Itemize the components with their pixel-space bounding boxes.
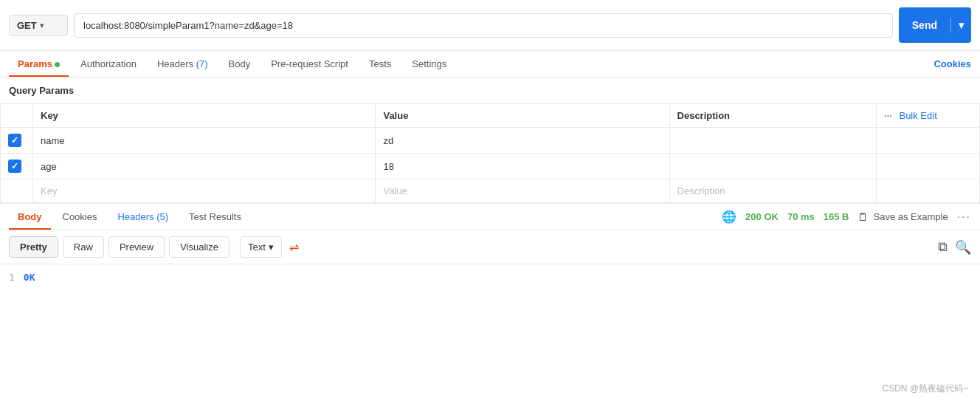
send-chevron-icon[interactable]: ▾ <box>951 13 971 37</box>
headers-badge: (7) <box>196 58 208 69</box>
placeholder-actions <box>877 179 980 203</box>
table-header-value: Value <box>376 104 669 128</box>
format-preview-label: Preview <box>120 241 153 253</box>
tab-pre-request-script[interactable]: Pre-request Script <box>262 51 357 77</box>
copy-icon[interactable]: ⧉ <box>938 239 948 255</box>
table-dots-icon[interactable]: ··· <box>884 110 892 121</box>
placeholder-description[interactable]: Description <box>669 179 876 203</box>
resp-tab-cookies[interactable]: Cookies <box>54 204 106 230</box>
row2-checkbox[interactable] <box>8 160 21 173</box>
table-row: age 18 <box>1 154 980 179</box>
line-number: 1 <box>9 272 15 283</box>
format-visualize-button[interactable]: Visualize <box>169 236 230 258</box>
row1-value[interactable]: zd <box>376 128 669 154</box>
wrap-lines-icon[interactable]: ⇌ <box>289 240 299 254</box>
row2-key[interactable]: age <box>33 154 376 179</box>
response-code-area: 1 0K <box>0 264 980 290</box>
response-toolbar: Pretty Raw Preview Visualize Text ▾ ⇌ ⧉ … <box>0 230 980 264</box>
format-raw-label: Raw <box>74 241 93 253</box>
tab-headers-label: Headers (7) <box>157 58 208 69</box>
tab-headers[interactable]: Headers (7) <box>148 51 217 77</box>
params-table: Key Value Description ··· Bulk Edit name… <box>0 103 980 203</box>
row1-key[interactable]: name <box>33 128 376 154</box>
table-row: name zd <box>1 128 980 154</box>
text-format-dropdown[interactable]: Text ▾ <box>240 236 282 258</box>
query-params-section-label: Query Params <box>0 78 980 103</box>
table-header-check <box>1 104 33 128</box>
params-dot <box>55 62 60 67</box>
placeholder-checkbox-cell <box>1 179 33 203</box>
format-pretty-button[interactable]: Pretty <box>9 236 58 258</box>
globe-icon: 🌐 <box>722 210 736 224</box>
row1-checkbox-cell[interactable] <box>1 128 33 154</box>
table-header-description: Description <box>669 104 876 128</box>
tab-authorization-label: Authorization <box>80 58 137 69</box>
row1-description[interactable] <box>669 128 876 154</box>
response-code-value: 0K <box>24 272 35 283</box>
status-time: 70 ms <box>787 211 815 222</box>
tab-tests-label: Tests <box>369 58 391 69</box>
placeholder-value[interactable]: Value <box>376 179 669 203</box>
tab-tests[interactable]: Tests <box>360 51 400 77</box>
resp-tab-test-results[interactable]: Test Results <box>180 204 250 230</box>
row1-actions <box>877 128 980 154</box>
search-icon[interactable]: 🔍 <box>955 239 971 256</box>
response-status-bar: 🌐 200 OK 70 ms 165 B 🗒 Save as Example ·… <box>722 210 971 224</box>
resp-headers-badge: (5) <box>156 211 168 222</box>
row2-description[interactable] <box>669 154 876 179</box>
resp-tab-body-label: Body <box>18 211 42 222</box>
method-chevron-icon: ▾ <box>40 21 60 30</box>
tab-cookies-label: Cookies <box>934 58 971 69</box>
resp-tab-cookies-label: Cookies <box>63 211 97 222</box>
table-row-placeholder: Key Value Description <box>1 179 980 203</box>
save-example-label: Save as Example <box>873 211 948 222</box>
tab-params[interactable]: Params <box>9 51 69 77</box>
format-visualize-label: Visualize <box>180 241 218 253</box>
resp-tab-headers-label: Headers (5) <box>117 211 168 222</box>
row2-actions <box>877 154 980 179</box>
text-format-label: Text <box>248 241 266 253</box>
send-button[interactable]: Send ▾ <box>899 7 971 43</box>
format-pretty-label: Pretty <box>20 241 47 253</box>
method-label: GET <box>17 20 37 31</box>
bulk-edit-button[interactable]: Bulk Edit <box>899 110 936 121</box>
send-label: Send <box>899 13 950 37</box>
resp-tab-body[interactable]: Body <box>9 204 51 230</box>
tab-settings[interactable]: Settings <box>403 51 455 77</box>
tab-body[interactable]: Body <box>220 51 260 77</box>
status-size: 165 B <box>824 211 849 222</box>
save-as-example-button[interactable]: 🗒 Save as Example <box>858 210 948 223</box>
tab-body-label: Body <box>229 58 251 69</box>
text-format-chevron-icon: ▾ <box>269 241 274 253</box>
tab-pre-request-label: Pre-request Script <box>271 58 348 69</box>
tab-cookies[interactable]: Cookies <box>934 51 971 77</box>
format-raw-button[interactable]: Raw <box>63 236 104 258</box>
url-input[interactable] <box>74 13 893 38</box>
response-actions: ⧉ 🔍 <box>938 239 971 256</box>
row2-checkbox-cell[interactable] <box>1 154 33 179</box>
format-preview-button[interactable]: Preview <box>108 236 165 258</box>
method-select[interactable]: GET ▾ <box>9 15 68 36</box>
table-header-key: Key <box>33 104 376 128</box>
tab-settings-label: Settings <box>412 58 446 69</box>
placeholder-key[interactable]: Key <box>33 179 376 203</box>
status-code: 200 OK <box>745 211 779 222</box>
url-bar: GET ▾ Send ▾ <box>0 0 980 51</box>
resp-tab-test-results-label: Test Results <box>189 211 241 222</box>
response-more-icon[interactable]: ··· <box>957 210 971 224</box>
request-tabs-bar: Params Authorization Headers (7) Body Pr… <box>0 51 980 78</box>
save-icon: 🗒 <box>858 210 869 223</box>
row1-checkbox[interactable] <box>8 134 21 147</box>
tab-params-label: Params <box>18 58 52 69</box>
resp-tab-headers[interactable]: Headers (5) <box>108 204 177 230</box>
response-tabs-bar: Body Cookies Headers (5) Test Results 🌐 … <box>0 203 980 230</box>
row2-value[interactable]: 18 <box>376 154 669 179</box>
table-header-bulk: ··· Bulk Edit <box>877 104 980 128</box>
tab-authorization[interactable]: Authorization <box>72 51 145 77</box>
